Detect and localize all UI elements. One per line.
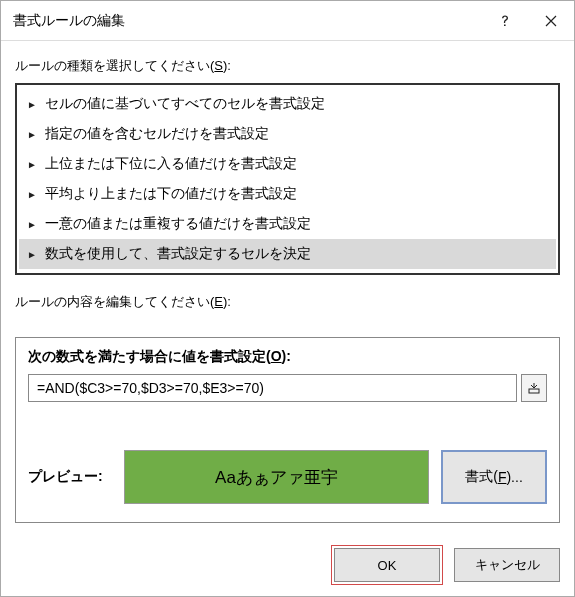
formula-row — [28, 374, 547, 402]
cancel-button[interactable]: キャンセル — [454, 548, 560, 582]
arrow-icon: ► — [27, 219, 37, 230]
arrow-icon: ► — [27, 249, 37, 260]
rule-type-item[interactable]: ► 上位または下位に入る値だけを書式設定 — [19, 149, 556, 179]
rule-type-text: 平均より上または下の値だけを書式設定 — [45, 185, 297, 203]
preview-label: プレビュー: — [28, 468, 112, 486]
format-button[interactable]: 書式(F)... — [441, 450, 547, 504]
ok-button[interactable]: OK — [334, 548, 440, 582]
dialog-footer: OK キャンセル — [1, 538, 574, 596]
close-icon — [545, 15, 557, 27]
help-icon — [498, 14, 512, 28]
arrow-icon: ► — [27, 189, 37, 200]
arrow-icon: ► — [27, 129, 37, 140]
rule-type-label: ルールの種類を選択してください(S): — [15, 57, 560, 75]
rule-type-text: 一意の値または重複する値だけを書式設定 — [45, 215, 311, 233]
rule-type-text: 数式を使用して、書式設定するセルを決定 — [45, 245, 311, 263]
window-title: 書式ルールの編集 — [13, 12, 482, 30]
rule-type-list[interactable]: ► セルの値に基づいてすべてのセルを書式設定 ► 指定の値を含むセルだけを書式設… — [15, 83, 560, 275]
rule-type-item[interactable]: ► セルの値に基づいてすべてのセルを書式設定 — [19, 89, 556, 119]
rule-type-item[interactable]: ► 指定の値を含むセルだけを書式設定 — [19, 119, 556, 149]
formula-input[interactable] — [28, 374, 517, 402]
rule-type-item[interactable]: ► 数式を使用して、書式設定するセルを決定 — [19, 239, 556, 269]
rule-type-text: セルの値に基づいてすべてのセルを書式設定 — [45, 95, 325, 113]
rule-type-text: 指定の値を含むセルだけを書式設定 — [45, 125, 269, 143]
formula-heading: 次の数式を満たす場合に値を書式設定(O): — [28, 348, 547, 366]
dialog-content: ルールの種類を選択してください(S): ► セルの値に基づいてすべてのセルを書式… — [1, 41, 574, 538]
arrow-icon: ► — [27, 159, 37, 170]
rule-edit-label: ルールの内容を編集してください(E): — [15, 293, 560, 311]
format-preview: Aaあぁアァ亜宇 — [124, 450, 429, 504]
titlebar: 書式ルールの編集 — [1, 1, 574, 41]
arrow-icon: ► — [27, 99, 37, 110]
range-selector-button[interactable] — [521, 374, 547, 402]
rule-type-item[interactable]: ► 一意の値または重複する値だけを書式設定 — [19, 209, 556, 239]
svg-rect-0 — [529, 389, 539, 393]
preview-row: プレビュー: Aaあぁアァ亜宇 書式(F)... — [28, 450, 547, 504]
close-button[interactable] — [528, 1, 574, 41]
help-button[interactable] — [482, 1, 528, 41]
collapse-icon — [528, 382, 540, 394]
rule-edit-panel: 次の数式を満たす場合に値を書式設定(O): プレビュー: Aaあぁアァ亜宇 書式… — [15, 337, 560, 523]
rule-type-item[interactable]: ► 平均より上または下の値だけを書式設定 — [19, 179, 556, 209]
rule-type-text: 上位または下位に入る値だけを書式設定 — [45, 155, 297, 173]
